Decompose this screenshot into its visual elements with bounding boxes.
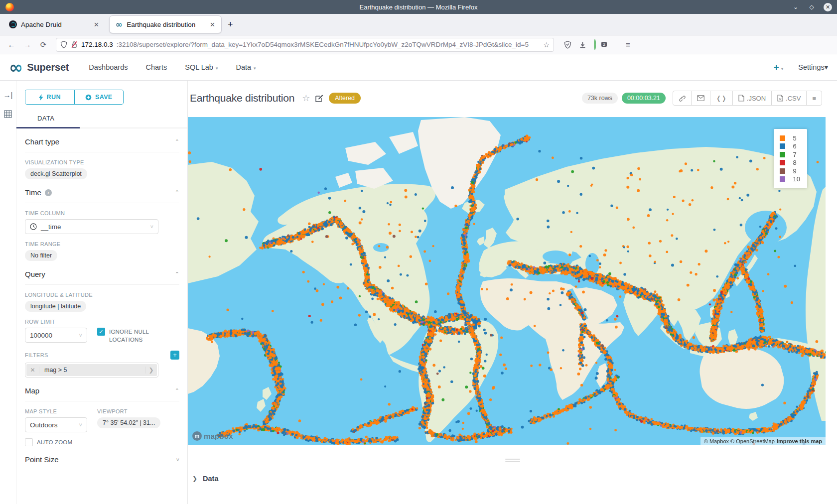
nav-dashboards[interactable]: Dashboards xyxy=(89,63,128,71)
tab-data[interactable]: DATA xyxy=(37,115,54,122)
url-host: 172.18.0.3 xyxy=(81,41,113,48)
back-button[interactable]: ← xyxy=(5,38,18,51)
chevron-down-icon: ˅ xyxy=(79,422,82,428)
resize-drag-handle[interactable] xyxy=(505,459,520,462)
filters-container: ✕ mag > 5 ❯ xyxy=(25,363,158,378)
settings-menu[interactable]: Settings▾ xyxy=(798,63,828,71)
downloads-icon[interactable] xyxy=(579,41,586,49)
lightning-icon xyxy=(39,94,43,101)
viewport-label: VIEWPORT xyxy=(97,408,163,414)
section-header[interactable]: Chart type ⌃ xyxy=(25,137,179,152)
legend-item[interactable]: 8 xyxy=(780,159,800,167)
legend-label: 9 xyxy=(793,167,797,175)
clock-icon xyxy=(30,223,37,230)
export-json-button[interactable]: .JSON xyxy=(732,91,771,105)
legend-label: 10 xyxy=(793,175,800,183)
legend-item[interactable]: 5 xyxy=(780,134,800,142)
chevron-up-icon: ⌃ xyxy=(175,189,179,196)
filter-item[interactable]: ✕ mag > 5 ❯ xyxy=(26,364,157,376)
superset-brand[interactable]: Superset xyxy=(27,62,69,73)
reload-button[interactable]: ⟳ xyxy=(37,38,50,51)
auto-zoom-checkbox-row[interactable]: AUTO ZOOM xyxy=(25,438,87,446)
tracking-protection-shield-icon[interactable] xyxy=(60,41,67,48)
section-header[interactable]: Point Size ˅ xyxy=(25,455,179,470)
nav-charts[interactable]: Charts xyxy=(146,63,167,71)
chevron-right-icon[interactable]: ❯ xyxy=(145,367,157,374)
legend-label: 5 xyxy=(793,134,797,142)
lonlat-label: LONGITUDE & LATITUDE xyxy=(25,292,179,298)
bookmark-star-icon[interactable]: ☆ xyxy=(543,41,550,49)
deckgl-scatter-map[interactable]: 5678910 m mapbox © Mapbox © OpenStreetMa… xyxy=(188,117,826,445)
mapbox-logo[interactable]: m mapbox xyxy=(192,431,233,441)
dataset-grid-icon[interactable] xyxy=(4,110,12,118)
minimize-button[interactable]: ⌄ xyxy=(792,3,800,10)
copy-link-button[interactable] xyxy=(673,91,691,105)
chevron-up-icon: ⌃ xyxy=(175,271,179,277)
checkbox-unchecked-icon[interactable] xyxy=(25,438,33,446)
tab-close-icon[interactable]: ✕ xyxy=(93,21,100,28)
new-tab-button[interactable]: + xyxy=(228,19,233,30)
chevron-down-icon: ˅ xyxy=(176,457,179,463)
improve-map-link[interactable]: Improve this map xyxy=(777,438,822,444)
legend-item[interactable]: 6 xyxy=(780,142,800,151)
embed-code-button[interactable]: ❬❭ xyxy=(710,91,732,105)
map-attribution[interactable]: © Mapbox © OpenStreetMapImprove this map xyxy=(700,437,826,445)
chevron-up-icon: ⌃ xyxy=(175,138,179,145)
favorite-star-icon[interactable]: ☆ xyxy=(302,93,310,104)
new-item-button[interactable]: +▾ xyxy=(774,62,784,73)
time-range-value[interactable]: No filter xyxy=(25,250,57,261)
tab-label: Earthquake distribution xyxy=(127,21,205,28)
run-button[interactable]: RUN xyxy=(25,90,74,104)
legend-label: 6 xyxy=(793,142,797,150)
export-csv-button[interactable]: .CSV xyxy=(771,91,806,105)
data-results-collapse[interactable]: ❯ Data xyxy=(188,464,837,483)
email-share-button[interactable] xyxy=(691,91,710,105)
time-column-select[interactable]: __time ˅ xyxy=(25,219,158,234)
legend-item[interactable]: 9 xyxy=(780,167,800,175)
tab-close-icon[interactable]: ✕ xyxy=(209,21,216,28)
edit-properties-icon[interactable] xyxy=(315,94,323,102)
map-style-select[interactable]: Outdoors ˅ xyxy=(25,417,87,432)
nav-data[interactable]: Data▾ xyxy=(236,63,256,71)
pocket-shield-icon[interactable] xyxy=(564,41,571,49)
firefox-logo-icon xyxy=(5,3,14,11)
checkbox-checked-icon[interactable]: ✓ xyxy=(97,328,105,336)
add-filter-button[interactable]: + xyxy=(170,351,179,360)
expand-datasource-icon[interactable]: →| xyxy=(3,91,13,99)
row-limit-select[interactable]: 100000 ˅ xyxy=(25,328,87,343)
legend-item[interactable]: 10 xyxy=(780,175,800,184)
menu-icon[interactable]: ≡ xyxy=(626,40,630,49)
section-header[interactable]: Query ⌃ xyxy=(25,270,179,285)
save-button[interactable]: SAVE xyxy=(74,90,124,104)
viz-type-value[interactable]: deck.gl Scatterplot xyxy=(25,168,87,179)
legend-item[interactable]: 7 xyxy=(780,150,800,159)
section-header[interactable]: Time i ⌃ xyxy=(25,188,179,203)
more-options-icon[interactable]: ≡ xyxy=(806,91,822,105)
maximize-button[interactable]: ◇ xyxy=(808,3,816,10)
altered-badge[interactable]: Altered xyxy=(329,93,361,104)
url-bar[interactable]: 172.18.0.3:32108/superset/explore/?form_… xyxy=(56,38,554,52)
info-icon: i xyxy=(45,189,52,196)
druid-favicon-icon xyxy=(9,20,17,28)
tab-earthquake-distribution[interactable]: ∞ Earthquake distribution ✕ xyxy=(109,15,222,33)
caret-down-icon: ▾ xyxy=(254,66,256,71)
caret-down-icon: ▾ xyxy=(216,66,218,71)
remove-filter-icon[interactable]: ✕ xyxy=(26,367,39,374)
filter-value[interactable]: mag > 5 xyxy=(39,367,145,374)
control-panel: RUN SAVE DATA Chart type ⌃ VISUALIZATION… xyxy=(16,81,188,504)
caret-down-icon: ▾ xyxy=(781,66,784,71)
lonlat-value[interactable]: longitude | latitude xyxy=(25,301,86,312)
nav-sql-lab[interactable]: SQL Lab▾ xyxy=(185,63,218,71)
tab-apache-druid[interactable]: Apache Druid ✕ xyxy=(3,15,105,33)
forward-button[interactable]: → xyxy=(21,38,34,51)
legend-label: 8 xyxy=(793,159,797,166)
panel-tabs: DATA xyxy=(16,113,187,128)
extension-green-icon[interactable] xyxy=(594,40,596,49)
ignore-null-checkbox-row[interactable]: ✓ IGNORE NULL LOCATIONS xyxy=(97,328,162,344)
close-button[interactable]: ✕ xyxy=(824,3,832,11)
section-header[interactable]: Map ⌃ xyxy=(25,386,179,401)
datasource-rail: →| xyxy=(0,81,16,504)
superset-logo-icon[interactable]: ∞ xyxy=(9,60,23,75)
insecure-lock-icon[interactable] xyxy=(71,41,78,48)
viewport-value[interactable]: 7° 35' 54.02" | 31... xyxy=(97,417,160,428)
